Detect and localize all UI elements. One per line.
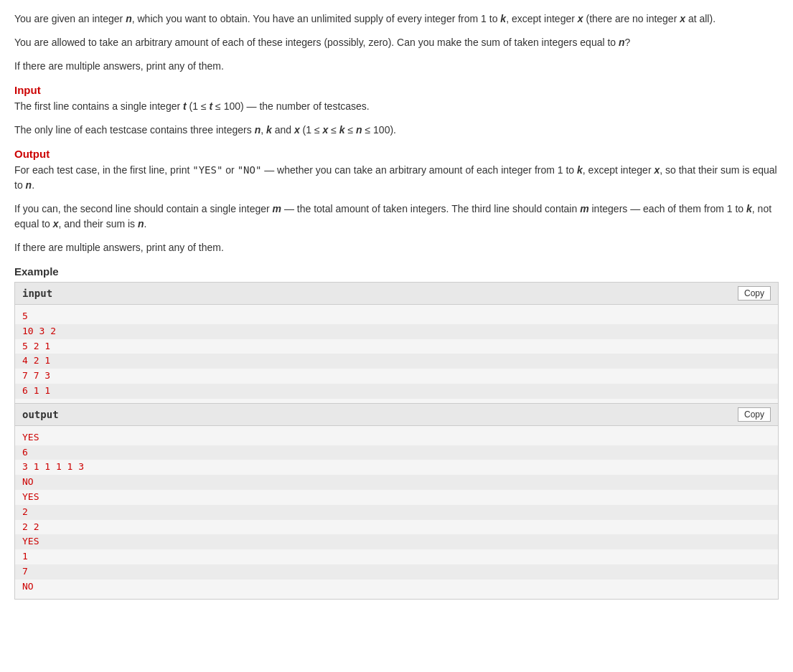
output-line-8: 1 [22, 549, 771, 564]
output-line-2: If you can, the second line should conta… [14, 202, 779, 232]
output-block-label: output [22, 409, 59, 420]
input-section: Input The first line contains a single i… [14, 84, 779, 138]
output-line-9: 7 [15, 564, 778, 579]
input-line-2: 5 2 1 [22, 339, 771, 354]
output-copy-button[interactable]: Copy [738, 407, 771, 422]
example-section: Example input Copy 5 10 3 2 5 2 1 4 2 1 … [14, 265, 779, 600]
output-line-0: YES [22, 430, 771, 445]
output-line-6: 2 2 [22, 520, 771, 535]
output-line-3: If there are multiple answers, print any… [14, 240, 779, 255]
output-section: Output For each test case, in the first … [14, 148, 779, 255]
output-line-2: 3 1 1 1 1 3 [22, 460, 771, 475]
input-block-body: 5 10 3 2 5 2 1 4 2 1 7 7 3 6 1 1 [15, 305, 778, 403]
output-line-1: 6 [15, 445, 778, 460]
input-line-1: 10 3 2 [15, 324, 778, 339]
intro-paragraph-3: If there are multiple answers, print any… [14, 59, 779, 74]
intro-paragraph-1: You are given an integer n, which you wa… [14, 11, 779, 27]
input-line-5: 6 1 1 [15, 384, 778, 399]
intro-paragraph-2: You are allowed to take an arbitrary amo… [14, 35, 779, 50]
output-block-body: YES 6 3 1 1 1 1 3 NO YES 2 2 2 YES 1 7 N… [15, 426, 778, 599]
output-line-7: YES [15, 534, 778, 549]
output-line-10: NO [22, 579, 771, 595]
output-line-3: NO [15, 475, 778, 490]
input-line-2: The only line of each testcase contains … [14, 123, 779, 138]
input-line-4: 7 7 3 [22, 369, 771, 384]
input-section-title: Input [14, 84, 779, 96]
input-line-3: 4 2 1 [15, 354, 778, 369]
input-block-label: input [22, 288, 52, 299]
input-block-header: input Copy [15, 283, 778, 305]
input-line-0: 5 [22, 309, 771, 324]
output-section-title: Output [14, 148, 779, 160]
output-block-header: output Copy [15, 404, 778, 426]
input-line-1: The first line contains a single integer… [14, 99, 779, 114]
input-code-block: input Copy 5 10 3 2 5 2 1 4 2 1 7 7 3 6 … [14, 282, 779, 404]
output-line-4: YES [22, 490, 771, 505]
example-title: Example [14, 265, 779, 278]
output-code-block: output Copy YES 6 3 1 1 1 1 3 NO YES 2 2… [14, 404, 779, 600]
output-line-5: 2 [15, 505, 778, 520]
output-line-1: For each test case, in the first line, p… [14, 163, 779, 193]
input-copy-button[interactable]: Copy [738, 286, 771, 300]
